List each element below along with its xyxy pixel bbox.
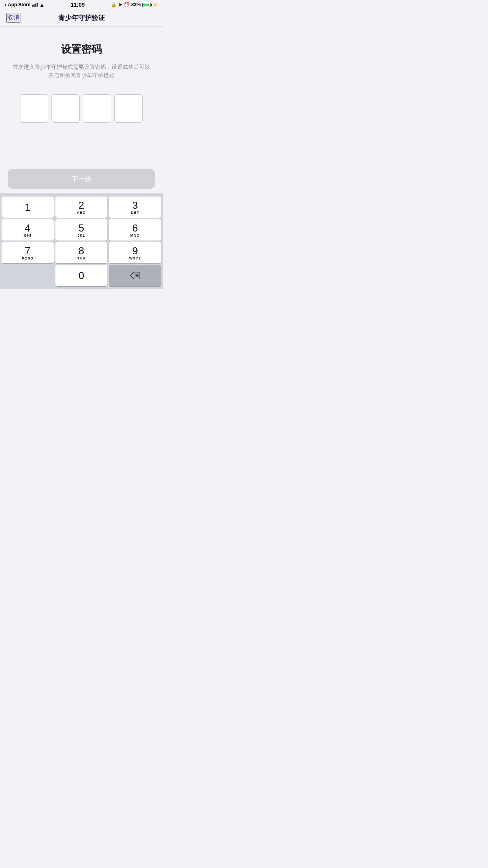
status-bar: ‹ App Store ▲ 11:09 🔒 ➤ ⏰ 83% ⚡ <box>0 0 163 9</box>
delete-button[interactable] <box>109 265 161 286</box>
numeric-keyboard: 1 2 ABC 3 DEF 4 GHI 5 JKL 6 <box>0 193 163 289</box>
key-4[interactable]: 4 GHI <box>2 219 54 241</box>
key-2[interactable]: 2 ABC <box>55 197 108 218</box>
pin-box-1[interactable] <box>20 94 48 123</box>
nav-title: 青少年守护验证 <box>58 13 105 22</box>
pin-box-2[interactable] <box>51 94 80 123</box>
next-button-area: 下一步 <box>0 164 163 193</box>
wifi-icon: ▲ <box>39 2 44 8</box>
key-row-3: 7 PQRS 8 TUV 9 WXYZ <box>2 242 161 263</box>
nav-bar: 取消 青少年守护验证 <box>0 9 163 27</box>
keyboard-section: 下一步 1 2 ABC 3 DEF 4 GHI 5 <box>0 164 163 289</box>
key-row-1: 1 2 ABC 3 DEF <box>2 197 161 218</box>
pin-box-3[interactable] <box>83 94 111 123</box>
location-icon: ➤ <box>118 2 122 7</box>
lock-icon: 🔒 <box>111 2 117 7</box>
key-row-4: 0 <box>2 265 161 286</box>
main-content: 设置密码 首次进入青少年守护模式需要设置密码，设置成功后可以开启和关闭青少年守护… <box>0 27 163 146</box>
pin-box-4[interactable] <box>114 94 143 123</box>
key-1[interactable]: 1 <box>2 197 54 218</box>
cancel-button[interactable]: 取消 <box>6 13 20 23</box>
status-right: 🔒 ➤ ⏰ 83% ⚡ <box>111 2 158 7</box>
pin-input-container <box>20 94 143 123</box>
charging-icon: ⚡ <box>152 2 158 7</box>
page-description: 首次进入青少年守护模式需要设置密码，设置成功后可以开启和关闭青少年守护模式 <box>8 63 155 80</box>
delete-icon <box>130 272 140 279</box>
status-time: 11:09 <box>71 2 85 8</box>
status-left: ‹ App Store ▲ <box>5 2 44 8</box>
alarm-icon: ⏰ <box>124 2 130 7</box>
key-8[interactable]: 8 TUV <box>55 242 108 263</box>
signal-bars <box>32 3 38 7</box>
key-empty <box>2 265 54 286</box>
battery-percent: 83% <box>131 2 141 7</box>
key-5[interactable]: 5 JKL <box>55 219 108 241</box>
key-row-2: 4 GHI 5 JKL 6 MNO <box>2 219 161 241</box>
carrier-label: App Store <box>8 2 30 7</box>
key-0[interactable]: 0 <box>55 265 108 286</box>
battery-icon <box>142 3 151 7</box>
back-arrow: ‹ <box>5 2 6 7</box>
key-6[interactable]: 6 MNO <box>109 219 161 241</box>
key-9[interactable]: 9 WXYZ <box>109 242 161 263</box>
key-3[interactable]: 3 DEF <box>109 197 161 218</box>
key-7[interactable]: 7 PQRS <box>2 242 54 263</box>
page-heading: 设置密码 <box>61 42 102 56</box>
next-button[interactable]: 下一步 <box>8 169 155 189</box>
